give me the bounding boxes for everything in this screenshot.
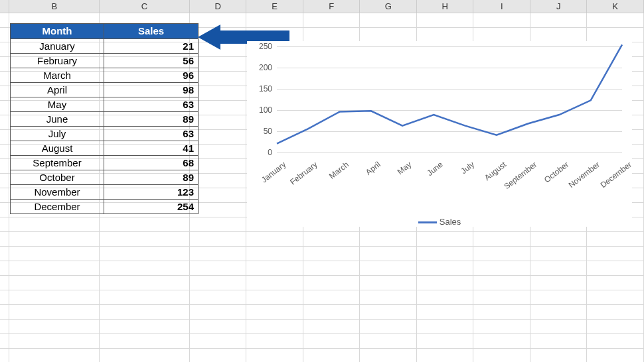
- cell[interactable]: [360, 305, 417, 320]
- cell[interactable]: [417, 232, 474, 247]
- cell[interactable]: [360, 13, 417, 28]
- cell[interactable]: [100, 320, 190, 334]
- cell[interactable]: [190, 276, 247, 290]
- cell[interactable]: [190, 334, 247, 349]
- cell[interactable]: [360, 320, 417, 334]
- cell[interactable]: [190, 320, 247, 334]
- cell[interactable]: [587, 28, 644, 42]
- cell[interactable]: [530, 305, 588, 320]
- cell[interactable]: [246, 290, 303, 305]
- cell[interactable]: [303, 334, 361, 349]
- cell[interactable]: [360, 261, 417, 276]
- cell[interactable]: [246, 232, 303, 247]
- column-header-H[interactable]: H: [417, 0, 474, 13]
- cell[interactable]: [587, 290, 644, 305]
- cell[interactable]: [473, 247, 530, 261]
- cell[interactable]: [360, 290, 417, 305]
- cell[interactable]: [246, 320, 303, 334]
- cell[interactable]: [190, 349, 247, 362]
- cell[interactable]: [246, 334, 303, 349]
- cell[interactable]: [587, 232, 644, 247]
- table-cell-month[interactable]: July: [11, 126, 104, 141]
- cell[interactable]: [473, 320, 530, 334]
- cell[interactable]: [246, 247, 303, 261]
- cell[interactable]: [417, 334, 474, 349]
- table-cell-sales[interactable]: 56: [104, 53, 198, 68]
- cell[interactable]: [303, 305, 361, 320]
- table-cell-month[interactable]: January: [11, 38, 104, 53]
- cell[interactable]: [360, 349, 417, 362]
- cell[interactable]: [100, 334, 190, 349]
- cell[interactable]: [190, 232, 247, 247]
- cell[interactable]: [100, 349, 190, 362]
- cell[interactable]: [9, 305, 100, 320]
- cell[interactable]: [190, 305, 247, 320]
- table-cell-month[interactable]: August: [11, 141, 104, 155]
- cell[interactable]: [100, 305, 190, 320]
- sales-chart[interactable]: 050100150200250JanuaryFebruaryMarchApril…: [247, 41, 632, 227]
- cell[interactable]: [473, 334, 530, 349]
- cell[interactable]: [417, 290, 474, 305]
- table-header-month[interactable]: Month: [11, 24, 104, 38]
- cell[interactable]: [303, 261, 361, 276]
- cell[interactable]: [303, 13, 361, 28]
- cell[interactable]: [100, 232, 190, 247]
- table-cell-month[interactable]: March: [11, 68, 104, 82]
- table-cell-month[interactable]: June: [11, 111, 104, 126]
- cell[interactable]: [100, 261, 190, 276]
- cell[interactable]: [530, 276, 588, 290]
- column-header-K[interactable]: K: [587, 0, 644, 13]
- column-header-G[interactable]: G: [360, 0, 417, 13]
- table-cell-month[interactable]: April: [11, 82, 104, 97]
- cell[interactable]: [100, 276, 190, 290]
- cell[interactable]: [360, 28, 417, 42]
- cell[interactable]: [9, 290, 100, 305]
- cell[interactable]: [190, 247, 247, 261]
- table-cell-sales[interactable]: 63: [104, 126, 198, 141]
- cell[interactable]: [190, 217, 247, 232]
- cell[interactable]: [303, 28, 361, 42]
- cell[interactable]: [100, 247, 190, 261]
- column-header-J[interactable]: J: [530, 0, 588, 13]
- table-cell-sales[interactable]: 89: [104, 111, 198, 126]
- cell[interactable]: [587, 247, 644, 261]
- table-cell-sales[interactable]: 98: [104, 82, 198, 97]
- cell[interactable]: [303, 320, 361, 334]
- cell[interactable]: [9, 247, 100, 261]
- cell[interactable]: [303, 247, 361, 261]
- cell[interactable]: [246, 261, 303, 276]
- cell[interactable]: [587, 305, 644, 320]
- cell[interactable]: [360, 276, 417, 290]
- cell[interactable]: [246, 349, 303, 362]
- table-cell-sales[interactable]: 123: [104, 184, 198, 199]
- cell[interactable]: [530, 232, 588, 247]
- cell[interactable]: [530, 349, 588, 362]
- table-cell-sales[interactable]: 89: [104, 170, 198, 184]
- cell[interactable]: [417, 13, 474, 28]
- cell[interactable]: [473, 305, 530, 320]
- table-cell-month[interactable]: November: [11, 184, 104, 199]
- cell[interactable]: [587, 13, 644, 28]
- cell[interactable]: [530, 261, 588, 276]
- cell[interactable]: [360, 232, 417, 247]
- column-header-I[interactable]: I: [473, 0, 530, 13]
- cell[interactable]: [100, 290, 190, 305]
- cell[interactable]: [9, 320, 100, 334]
- cell[interactable]: [246, 305, 303, 320]
- cell[interactable]: [473, 13, 530, 28]
- cell[interactable]: [417, 28, 474, 42]
- cell[interactable]: [530, 13, 588, 28]
- cell[interactable]: [190, 290, 247, 305]
- table-cell-sales[interactable]: 96: [104, 68, 198, 82]
- table-cell-sales[interactable]: 41: [104, 141, 198, 155]
- column-header-E[interactable]: E: [246, 0, 303, 13]
- cell[interactable]: [417, 261, 474, 276]
- table-cell-month[interactable]: October: [11, 170, 104, 184]
- cell[interactable]: [587, 276, 644, 290]
- cell[interactable]: [530, 28, 588, 42]
- cell[interactable]: [360, 247, 417, 261]
- cell[interactable]: [473, 261, 530, 276]
- cell[interactable]: [360, 334, 417, 349]
- cell[interactable]: [473, 276, 530, 290]
- table-cell-month[interactable]: September: [11, 155, 104, 170]
